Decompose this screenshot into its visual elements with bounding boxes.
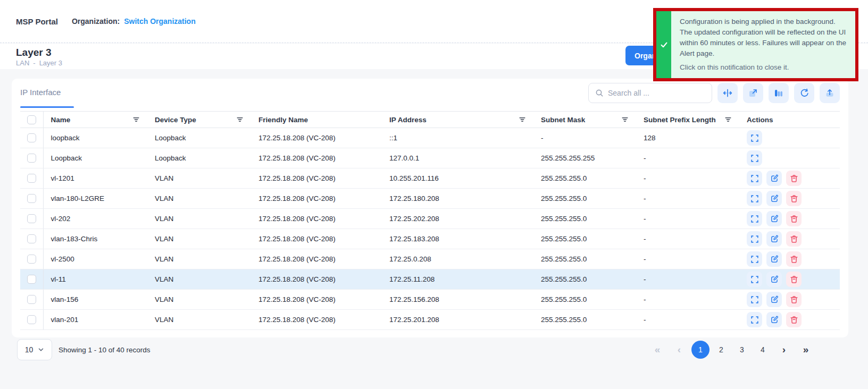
next-page-button[interactable]: › <box>774 344 794 356</box>
edit-row-button[interactable] <box>766 312 782 327</box>
edit-row-button[interactable] <box>766 272 782 287</box>
edit-row-button[interactable] <box>766 171 782 186</box>
delete-row-button[interactable] <box>786 231 802 247</box>
expand-row-button[interactable] <box>747 191 762 206</box>
delete-row-button[interactable] <box>786 191 802 206</box>
column-header-device-type: Device Type <box>147 112 251 128</box>
page-button-2[interactable]: 2 <box>712 341 730 359</box>
trash-icon <box>789 295 799 305</box>
delete-row-button[interactable] <box>786 211 802 226</box>
breadcrumb-parent[interactable]: LAN <box>16 59 29 67</box>
row-checkbox[interactable] <box>27 255 36 264</box>
column-label: Name <box>51 116 71 124</box>
expand-row-button[interactable] <box>747 130 762 146</box>
table-row[interactable]: vl-11 VLAN 172.25.18.208 (VC-208) 172.25… <box>20 269 840 290</box>
filter-icon[interactable] <box>132 116 140 123</box>
expand-icon <box>750 154 760 163</box>
column-header-ip-address: IP Address <box>382 112 533 128</box>
trash-icon <box>789 174 799 183</box>
row-checkbox[interactable] <box>27 234 36 243</box>
tab-ip-interface[interactable]: IP Interface <box>20 88 61 97</box>
trash-icon <box>789 275 799 284</box>
chevron-down-icon <box>38 346 44 353</box>
filter-icon[interactable] <box>621 116 629 123</box>
table-body: loopback Loopback 172.25.18.208 (VC-208)… <box>20 128 840 330</box>
search-box <box>588 83 712 103</box>
upload-button[interactable] <box>820 83 840 103</box>
filter-icon[interactable] <box>236 116 244 123</box>
delete-row-button[interactable] <box>786 251 802 267</box>
expand-row-button[interactable] <box>747 211 762 226</box>
expand-row-button[interactable] <box>747 292 762 307</box>
row-checkbox[interactable] <box>27 275 36 284</box>
edit-row-button[interactable] <box>766 292 782 307</box>
page-button-1[interactable]: 1 <box>691 341 710 359</box>
search-icon <box>595 89 604 97</box>
expand-row-button[interactable] <box>747 251 762 267</box>
row-actions <box>747 312 832 327</box>
row-checkbox[interactable] <box>27 315 36 324</box>
select-all-checkbox[interactable] <box>27 115 36 124</box>
edit-row-button[interactable] <box>766 191 782 206</box>
expand-icon <box>750 315 760 325</box>
first-page-button[interactable]: « <box>648 344 667 356</box>
last-page-button[interactable]: » <box>796 344 815 356</box>
select-all-column-header <box>20 112 43 128</box>
page-button-4[interactable]: 4 <box>754 341 772 359</box>
edit-icon <box>770 234 779 244</box>
edit-icon <box>770 214 779 224</box>
row-checkbox[interactable] <box>27 174 36 183</box>
table-row[interactable]: loopback Loopback 172.25.18.208 (VC-208)… <box>20 128 840 148</box>
row-checkbox[interactable] <box>27 133 36 142</box>
expand-icon <box>750 133 760 143</box>
organization-link[interactable]: Switch Organization <box>124 17 196 26</box>
edit-row-button[interactable] <box>766 211 782 226</box>
trash-icon <box>789 214 799 224</box>
prev-page-button[interactable]: ‹ <box>670 344 689 356</box>
table-row[interactable]: vl-202 VLAN 172.25.18.208 (VC-208) 172.2… <box>20 209 840 229</box>
column-resize-button[interactable] <box>717 83 738 103</box>
filter-icon[interactable] <box>519 116 526 123</box>
expand-row-button[interactable] <box>747 150 762 166</box>
row-checkbox[interactable] <box>27 295 36 304</box>
row-checkbox[interactable] <box>27 194 36 203</box>
column-label: Subnet Mask <box>541 116 585 124</box>
success-notification-toast[interactable]: Configuration is being applied in the ba… <box>653 8 858 81</box>
table-row[interactable]: vlan-156 VLAN 172.25.18.208 (VC-208) 172… <box>20 290 840 310</box>
trash-icon <box>789 315 799 325</box>
table-row[interactable]: Loopback Loopback 172.25.18.208 (VC-208)… <box>20 148 840 168</box>
page-button-3[interactable]: 3 <box>733 341 751 359</box>
table-row[interactable]: vl-1201 VLAN 172.25.18.208 (VC-208) 10.2… <box>20 168 840 189</box>
columns-button[interactable] <box>769 83 789 103</box>
expand-icon <box>750 214 760 224</box>
brand-title: MSP Portal <box>16 17 58 26</box>
column-header-friendly-name: Friendly Name <box>251 112 382 128</box>
organization-label: Organization: <box>72 17 120 26</box>
table-row[interactable]: vlan-201 VLAN 172.25.18.208 (VC-208) 172… <box>20 310 840 330</box>
edit-icon <box>770 174 779 183</box>
table-row[interactable]: vl-2500 VLAN 172.25.18.208 (VC-208) 172.… <box>20 249 840 269</box>
page-size-select[interactable]: 10 <box>17 339 52 360</box>
delete-row-button[interactable] <box>786 292 802 307</box>
upload-icon <box>824 88 835 98</box>
expand-row-button[interactable] <box>747 272 762 287</box>
export-button[interactable] <box>743 83 763 103</box>
table-row[interactable]: vlan-183-Chris VLAN 172.25.18.208 (VC-20… <box>20 229 840 249</box>
expand-row-button[interactable] <box>747 312 762 327</box>
row-checkbox[interactable] <box>27 214 36 223</box>
expand-icon <box>750 174 760 183</box>
expand-row-button[interactable] <box>747 171 762 186</box>
delete-row-button[interactable] <box>786 312 802 327</box>
delete-row-button[interactable] <box>786 171 802 186</box>
search-input[interactable] <box>608 89 705 97</box>
filter-icon[interactable] <box>724 116 732 123</box>
edit-row-button[interactable] <box>766 251 782 267</box>
refresh-button[interactable] <box>794 83 814 103</box>
row-checkbox[interactable] <box>27 154 36 163</box>
expand-row-button[interactable] <box>747 231 762 247</box>
row-actions <box>747 191 832 206</box>
page-size-value: 10 <box>25 345 34 354</box>
edit-row-button[interactable] <box>766 231 782 247</box>
delete-row-button[interactable] <box>786 272 802 287</box>
table-row[interactable]: vlan-180-L2GRE VLAN 172.25.18.208 (VC-20… <box>20 189 840 209</box>
